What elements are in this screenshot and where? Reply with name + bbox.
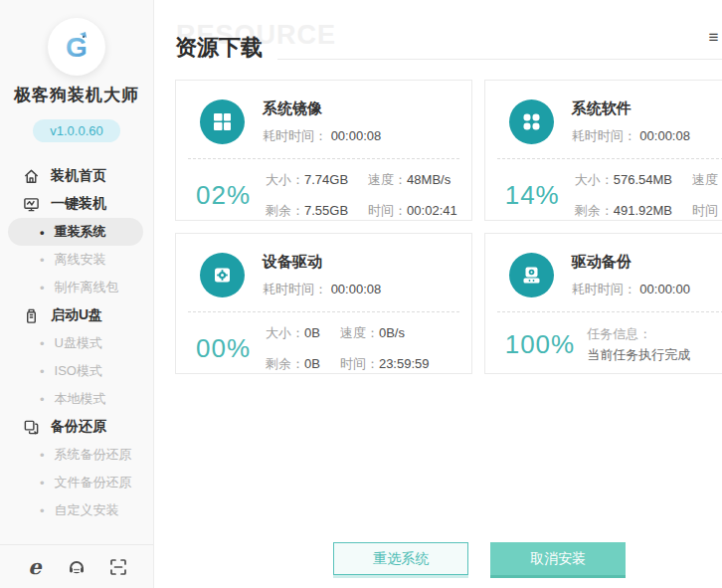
page-title: 资源下载 bbox=[175, 33, 263, 63]
sidebar-item-label: 一键装机 bbox=[51, 195, 106, 213]
stat-time: 时间：23:59:59 bbox=[340, 355, 430, 373]
download-cards: 系统镜像 耗时时间： 00:00:08 02% 大小：7.74GB 速度：48M… bbox=[175, 80, 722, 374]
sidebar-item-iso-mode[interactable]: • ISO模式 bbox=[0, 357, 153, 385]
progress-percent: 00% bbox=[196, 333, 254, 364]
stat-size: 大小：0B bbox=[266, 324, 320, 342]
sidebar-item-usb-mode[interactable]: • U盘模式 bbox=[0, 329, 153, 357]
sidebar: G 极客狗装机大师 v1.0.0.60 装机首页 一键装机 bbox=[0, 0, 154, 588]
qr-scan-icon[interactable] bbox=[107, 556, 129, 578]
card-title: 系统软件 bbox=[572, 99, 690, 118]
elapsed-value: 00:00:08 bbox=[331, 128, 382, 143]
sidebar-item-label: 本地模式 bbox=[55, 390, 106, 408]
elapsed-time: 耗时时间： 00:00:08 bbox=[263, 127, 381, 145]
progress-percent: 14% bbox=[505, 180, 563, 211]
sidebar-item-label: 重装系统 bbox=[55, 223, 106, 241]
task-info-text: 当前任务执行完成 bbox=[587, 345, 690, 366]
stat-size: 大小：576.54MB bbox=[575, 171, 672, 189]
bullet-icon: • bbox=[40, 253, 45, 268]
card-header: 设备驱动 耗时时间： 00:00:08 bbox=[176, 234, 471, 298]
card-system-software: 系统软件 耗时时间： 00:00:08 14% 大小：576.54MB 速度：0… bbox=[484, 80, 722, 221]
card-header-text: 设备驱动 耗时时间： 00:00:08 bbox=[263, 251, 381, 298]
sidebar-item-label: ISO模式 bbox=[55, 362, 102, 380]
sidebar-item-label: U盘模式 bbox=[55, 334, 102, 352]
elapsed-time: 耗时时间： 00:00:00 bbox=[572, 281, 690, 298]
bullet-icon: • bbox=[40, 476, 45, 490]
elapsed-value: 00:00:00 bbox=[639, 282, 690, 296]
bullet-icon: • bbox=[40, 503, 45, 518]
cancel-install-button[interactable]: 取消安装 bbox=[490, 542, 626, 575]
progress-percent: 02% bbox=[196, 180, 254, 211]
card-device-driver: 设备驱动 耗时时间： 00:00:08 00% 大小：0B 速度：0B/s 剩余… bbox=[175, 233, 472, 374]
card-header-text: 系统镜像 耗时时间： 00:00:08 bbox=[263, 98, 381, 145]
logo-wrap: G bbox=[0, 18, 153, 76]
main-panel: ≡ — ✕ RESOURCE 资源下载 系统镜像 耗时时间： bbox=[154, 0, 722, 588]
card-title: 设备驱动 bbox=[263, 253, 381, 272]
sidebar-item-local-mode[interactable]: • 本地模式 bbox=[0, 385, 153, 413]
ie-browser-icon[interactable]: e bbox=[24, 556, 46, 578]
bullet-icon: • bbox=[40, 392, 45, 407]
elapsed-value: 00:00:08 bbox=[331, 282, 382, 296]
elapsed-label: 耗时时间： bbox=[263, 128, 327, 143]
card-system-image: 系统镜像 耗时时间： 00:00:08 02% 大小：7.74GB 速度：48M… bbox=[175, 80, 472, 221]
driver-gear-icon bbox=[200, 253, 245, 297]
sidebar-item-boot-usb[interactable]: 启动U盘 bbox=[0, 301, 153, 329]
stat-speed: 速度：0B/s bbox=[340, 324, 430, 342]
card-progress-row: 14% 大小：576.54MB 速度：0B/s 剩余：491.92MB 时间：2… bbox=[485, 159, 722, 220]
sidebar-item-label: 装机首页 bbox=[51, 167, 106, 185]
reselect-system-button[interactable]: 重选系统 bbox=[333, 542, 468, 575]
bullet-icon: • bbox=[40, 225, 45, 240]
stat-remaining: 剩余：7.55GB bbox=[266, 202, 348, 220]
clover-apps-icon bbox=[509, 99, 554, 144]
app-logo: G bbox=[48, 18, 105, 76]
sidebar-item-custom-install[interactable]: • 自定义安装 bbox=[0, 496, 153, 524]
sidebar-item-home[interactable]: 装机首页 bbox=[0, 162, 153, 190]
headset-support-icon[interactable] bbox=[66, 556, 88, 578]
task-info: 任务信息： 当前任务执行完成 bbox=[587, 324, 690, 366]
card-progress-row: 02% 大小：7.74GB 速度：48MB/s 剩余：7.55GB 时间：00:… bbox=[176, 159, 471, 220]
card-header: 系统镜像 耗时时间： 00:00:08 bbox=[176, 81, 471, 145]
app-window: G 极客狗装机大师 v1.0.0.60 装机首页 一键装机 bbox=[0, 0, 722, 588]
sidebar-item-one-key-install[interactable]: 一键装机 bbox=[0, 190, 153, 218]
card-progress-row: 100% 任务信息： 当前任务执行完成 bbox=[485, 312, 722, 366]
sidebar-menu: 装机首页 一键装机 • 重装系统 • 离线安装 • 制作离线包 bbox=[0, 162, 153, 524]
sidebar-item-label: 自定义安装 bbox=[55, 501, 119, 519]
windows-grid-icon bbox=[200, 99, 245, 144]
elapsed-time: 耗时时间： 00:00:08 bbox=[572, 127, 690, 145]
sidebar-item-file-backup-restore[interactable]: • 文件备份还原 bbox=[0, 469, 153, 496]
card-progress-row: 00% 大小：0B 速度：0B/s 剩余：0B 时间：23:59:59 bbox=[176, 312, 471, 373]
version-badge: v1.0.0.60 bbox=[33, 119, 120, 142]
home-icon bbox=[22, 167, 40, 185]
progress-stats: 大小：576.54MB 速度：0B/s 剩余：491.92MB 时间：23:59… bbox=[575, 171, 722, 220]
sidebar-item-system-backup-restore[interactable]: • 系统备份还原 bbox=[0, 441, 153, 469]
card-header-text: 驱动备份 耗时时间： 00:00:00 bbox=[572, 251, 690, 298]
progress-stats: 大小：0B 速度：0B/s 剩余：0B 时间：23:59:59 bbox=[266, 324, 430, 373]
sidebar-item-make-offline-pack[interactable]: • 制作离线包 bbox=[0, 274, 153, 301]
card-title: 系统镜像 bbox=[263, 99, 381, 118]
backup-icon bbox=[22, 418, 40, 436]
sidebar-item-label: 离线安装 bbox=[55, 251, 106, 269]
bullet-icon: • bbox=[40, 364, 45, 379]
card-header: 系统软件 耗时时间： 00:00:08 bbox=[485, 81, 722, 145]
title-rule bbox=[277, 59, 722, 60]
progress-percent: 100% bbox=[505, 329, 576, 360]
elapsed-time: 耗时时间： 00:00:08 bbox=[263, 281, 381, 298]
sidebar-item-label: 系统备份还原 bbox=[55, 446, 132, 464]
sidebar-item-reinstall-system[interactable]: • 重装系统 bbox=[8, 218, 143, 246]
bullet-icon: • bbox=[40, 448, 45, 463]
bullet-icon: • bbox=[40, 281, 45, 295]
elapsed-label: 耗时时间： bbox=[572, 128, 636, 143]
footer-buttons: 重选系统 取消安装 bbox=[154, 542, 722, 575]
card-header-text: 系统软件 耗时时间： 00:00:08 bbox=[572, 98, 690, 145]
sidebar-item-offline-install[interactable]: • 离线安装 bbox=[0, 246, 153, 274]
sidebar-item-label: 启动U盘 bbox=[51, 306, 102, 324]
sidebar-item-label: 制作离线包 bbox=[55, 279, 119, 296]
stat-time: 时间：00:02:41 bbox=[368, 202, 457, 220]
dog-g-logo-icon: G bbox=[59, 29, 94, 65]
sidebar-item-backup-restore[interactable]: 备份还原 bbox=[0, 413, 153, 441]
card-title: 驱动备份 bbox=[572, 253, 690, 272]
progress-stats: 大小：7.74GB 速度：48MB/s 剩余：7.55GB 时间：00:02:4… bbox=[266, 171, 457, 220]
sidebar-item-label: 文件备份还原 bbox=[55, 474, 132, 491]
page-title-block: RESOURCE 资源下载 bbox=[175, 33, 722, 63]
stat-speed: 速度：48MB/s bbox=[368, 171, 457, 189]
sidebar-footer: e bbox=[0, 544, 153, 588]
